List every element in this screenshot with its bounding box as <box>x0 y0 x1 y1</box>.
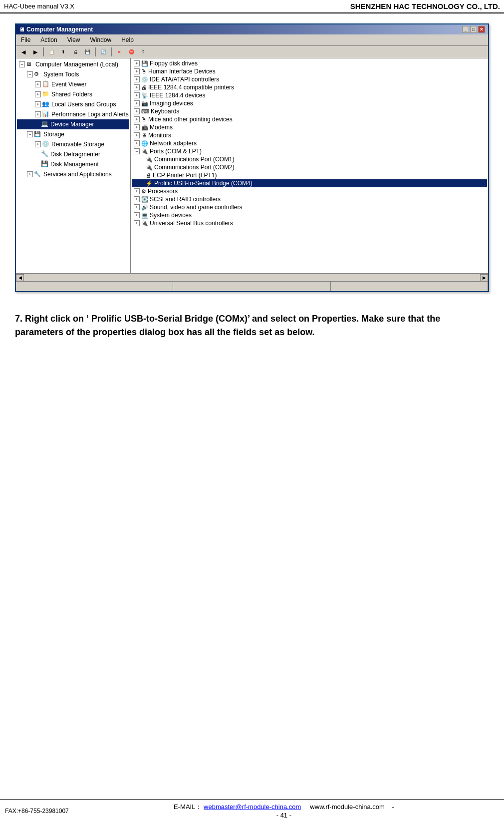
sound-icon: 🔊 <box>141 204 148 211</box>
menu-window[interactable]: Window <box>87 35 115 44</box>
tree-perf-logs[interactable]: 📊 Performance Logs and Alerts <box>17 109 129 119</box>
device-lpt1[interactable]: 🖨 ECP Printer Port (LPT1) <box>132 171 487 179</box>
ports-toggle[interactable]: − <box>134 148 140 154</box>
storage-toggle[interactable] <box>27 131 33 137</box>
ieee-printers-toggle[interactable]: + <box>134 84 140 90</box>
help-button[interactable]: ? <box>138 47 149 57</box>
mice-toggle[interactable]: + <box>134 116 140 122</box>
perf-logs-toggle[interactable] <box>35 111 41 117</box>
tree-disk-defrag[interactable]: 🔧 Disk Defragmenter <box>17 149 129 159</box>
device-modems[interactable]: + 📠 Modems <box>132 123 487 131</box>
scroll-left-btn[interactable]: ◀ <box>16 274 24 281</box>
root-toggle[interactable] <box>19 61 25 67</box>
prolific-icon: ⚡ <box>146 180 153 187</box>
removable-storage-toggle[interactable] <box>35 141 41 147</box>
close-button[interactable]: ✕ <box>478 26 485 33</box>
local-users-label: Local Users and Groups <box>51 101 116 108</box>
device-processors[interactable]: + ⚙ Processors <box>132 187 487 195</box>
shared-folders-icon: 📁 <box>42 90 50 98</box>
device-system[interactable]: + 💻 System devices <box>132 211 487 219</box>
device-floppy[interactable]: + 💾 Floppy disk drives <box>132 59 487 67</box>
event-viewer-toggle[interactable] <box>35 81 41 87</box>
processors-toggle[interactable]: + <box>134 188 140 194</box>
footer-page: - 41 - <box>276 812 291 819</box>
tree-system-tools[interactable]: System Tools <box>17 69 129 79</box>
minimize-button[interactable]: _ <box>462 26 469 33</box>
imaging-icon: 📷 <box>141 100 148 107</box>
device-hid[interactable]: + 🖱 Human Interface Devices <box>132 67 487 75</box>
refresh-icon[interactable]: 🔄 <box>98 47 109 57</box>
status-section-2 <box>173 282 330 291</box>
device-usb[interactable]: + 🔌 Universal Serial Bus controllers <box>132 219 487 227</box>
device-imaging[interactable]: + 📷 Imaging devices <box>132 99 487 107</box>
device-keyboards[interactable]: + ⌨ Keyboards <box>132 107 487 115</box>
menu-action[interactable]: Action <box>37 35 60 44</box>
forward-button[interactable]: ▶ <box>30 47 41 57</box>
device-monitors[interactable]: + 🖥 Monitors <box>132 131 487 139</box>
usb-label: Universal Serial Bus controllers <box>150 220 233 227</box>
hid-toggle[interactable]: + <box>134 68 140 74</box>
tree-shared-folders[interactable]: 📁 Shared Folders <box>17 89 129 99</box>
status-section-3 <box>331 282 488 291</box>
sound-toggle[interactable]: + <box>134 204 140 210</box>
tree-disk-mgmt[interactable]: 💾 Disk Management <box>17 159 129 169</box>
tree-device-manager[interactable]: 💻 Device Manager <box>17 119 129 129</box>
horizontal-scrollbar[interactable]: ◀ ▶ <box>16 273 488 281</box>
ieee-devices-toggle[interactable]: + <box>134 92 140 98</box>
footer-center: E-MAIL： webmaster@rf-module-china.com ww… <box>174 803 394 819</box>
device-sound[interactable]: + 🔊 Sound, video and game controllers <box>132 203 487 211</box>
menu-view[interactable]: View <box>64 35 83 44</box>
properties-button[interactable]: 📋 <box>46 47 57 57</box>
back-button[interactable]: ◀ <box>18 47 29 57</box>
ide-label: IDE ATA/ATAPI controllers <box>150 76 219 83</box>
mice-icon: 🖱 <box>141 116 147 122</box>
device-mice[interactable]: + 🖱 Mice and other pointing devices <box>132 115 487 123</box>
device-ports[interactable]: − 🔌 Ports (COM & LPT) <box>132 147 487 155</box>
footer-email-link[interactable]: webmaster@rf-module-china.com <box>204 803 301 811</box>
system-tools-toggle[interactable] <box>27 71 33 77</box>
up-button[interactable]: ⬆ <box>58 47 69 57</box>
local-users-toggle[interactable] <box>35 101 41 107</box>
device-ide[interactable]: + 💿 IDE ATA/ATAPI controllers <box>132 75 487 83</box>
tree-root[interactable]: Computer Management (Local) <box>17 59 129 69</box>
modems-toggle[interactable]: + <box>134 124 140 130</box>
floppy-icon: 💾 <box>141 60 148 67</box>
menu-help[interactable]: Help <box>118 35 137 44</box>
network-toggle[interactable]: + <box>134 140 140 146</box>
floppy-toggle[interactable]: + <box>134 60 140 66</box>
system-devices-toggle[interactable]: + <box>134 212 140 218</box>
monitors-toggle[interactable]: + <box>134 132 140 138</box>
print-button[interactable]: 🖨 <box>70 47 81 57</box>
disk-button[interactable]: 💾 <box>82 47 93 57</box>
keyboards-toggle[interactable]: + <box>134 108 140 114</box>
imaging-toggle[interactable]: + <box>134 100 140 106</box>
system-devices-label: System devices <box>150 212 192 219</box>
scsi-toggle[interactable]: + <box>134 196 140 202</box>
tree-services[interactable]: Services and Applications <box>17 169 129 179</box>
ieee-printers-label: IEEE 1284.4 compatible printers <box>148 84 234 91</box>
device-com2[interactable]: 🔌 Communications Port (COM2) <box>132 163 487 171</box>
hid-label: Human Interface Devices <box>148 68 216 75</box>
device-network[interactable]: + 🌐 Network adapters <box>132 139 487 147</box>
tree-local-users[interactable]: 👥 Local Users and Groups <box>17 99 129 109</box>
ide-toggle[interactable]: + <box>134 76 140 82</box>
modems-label: Modems <box>150 124 173 131</box>
device-scsi[interactable]: + 💽 SCSI and RAID controllers <box>132 195 487 203</box>
device-ieee-devices[interactable]: + 📡 IEEE 1284.4 devices <box>132 91 487 99</box>
scroll-right-btn[interactable]: ▶ <box>480 274 488 281</box>
cancel-button[interactable]: ⛔ <box>126 47 137 57</box>
device-ieee-printers[interactable]: + 🖨 IEEE 1284.4 compatible printers <box>132 83 487 91</box>
com1-label: Communications Port (COM1) <box>154 156 235 163</box>
menu-file[interactable]: File <box>18 35 33 44</box>
delete-button[interactable]: ✕ <box>114 47 125 57</box>
com2-label: Communications Port (COM2) <box>154 164 235 171</box>
tree-storage[interactable]: Storage <box>17 129 129 139</box>
device-prolific-com4[interactable]: ⚡ Prolific USB-to-Serial Bridge (COM4) <box>132 179 487 187</box>
tree-removable-storage[interactable]: 💿 Removable Storage <box>17 139 129 149</box>
maximize-button[interactable]: □ <box>470 26 477 33</box>
device-com1[interactable]: 🔌 Communications Port (COM1) <box>132 155 487 163</box>
services-toggle[interactable] <box>27 171 33 177</box>
usb-toggle[interactable]: + <box>134 220 140 226</box>
shared-folders-toggle[interactable] <box>35 91 41 97</box>
tree-event-viewer[interactable]: 📋 Event Viewer <box>17 79 129 89</box>
